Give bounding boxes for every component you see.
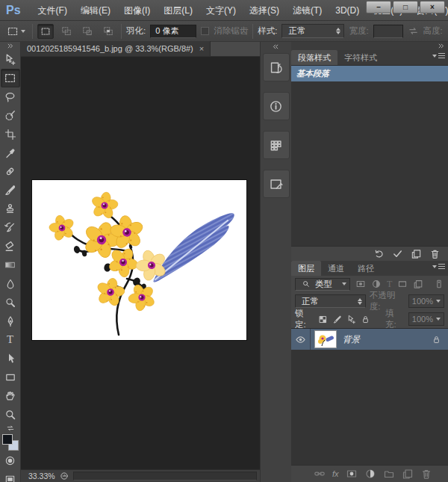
- eraser-tool[interactable]: [1, 237, 20, 256]
- gradient-tool[interactable]: [1, 256, 20, 274]
- tab-channels[interactable]: 通道: [321, 261, 351, 276]
- document-title: 0012025185941546_b.jpg @ 33.3%(RGB/8#): [27, 44, 193, 53]
- layer-style-fx-icon[interactable]: fx: [332, 469, 339, 478]
- subtract-selection-mode-button[interactable]: [79, 24, 96, 39]
- opacity-combo[interactable]: 100%: [408, 294, 444, 308]
- hand-tool[interactable]: [1, 386, 20, 405]
- spot-healing-brush-tool[interactable]: [1, 162, 20, 181]
- layer-filter-type-dropdown[interactable]: 类型: [295, 278, 350, 291]
- redefine-style-icon[interactable]: [373, 248, 385, 259]
- menu-filter[interactable]: 滤镜(T): [286, 0, 329, 21]
- photoshop-logo: Ps: [0, 4, 31, 17]
- menu-file[interactable]: 文件(F): [31, 0, 74, 21]
- path-selection-tool[interactable]: [1, 349, 20, 368]
- rectangular-marquee-tool[interactable]: [1, 69, 20, 87]
- lock-pixels-brush-icon[interactable]: [332, 315, 342, 324]
- history-brush-tool[interactable]: [1, 218, 20, 237]
- tab-layers[interactable]: 图层: [291, 261, 321, 276]
- brush-tool[interactable]: [1, 181, 20, 200]
- maximize-button[interactable]: □: [393, 1, 418, 13]
- style-dropdown[interactable]: 正常: [281, 24, 344, 38]
- filter-adjustment-layers-icon[interactable]: [371, 279, 382, 289]
- menu-edit[interactable]: 编辑(E): [74, 0, 117, 21]
- adjustment-layer-icon[interactable]: [364, 468, 376, 480]
- fill-combo[interactable]: 100%: [408, 312, 444, 326]
- lasso-tool[interactable]: [1, 87, 20, 106]
- tab-character-styles[interactable]: 字符样式: [337, 50, 384, 65]
- feather-input[interactable]: 0 像素: [150, 25, 196, 38]
- divider: [121, 24, 122, 39]
- menu-type[interactable]: 文字(Y): [199, 0, 243, 21]
- minimize-button[interactable]: –: [366, 1, 391, 13]
- status-info-icon[interactable]: [60, 472, 69, 481]
- paragraph-panel-footer: [291, 246, 448, 261]
- clone-stamp-tool[interactable]: [1, 200, 20, 218]
- rectangle-tool[interactable]: [1, 368, 20, 386]
- menu-3d[interactable]: 3D(D): [329, 0, 366, 21]
- swap-colors-button[interactable]: [6, 424, 15, 432]
- filter-smart-objects-icon[interactable]: [413, 279, 423, 289]
- quick-selection-tool[interactable]: [1, 106, 20, 125]
- zoom-level[interactable]: 33.33%: [28, 472, 55, 481]
- type-tool[interactable]: T: [1, 330, 20, 349]
- info-panel-button[interactable]: [263, 92, 290, 120]
- antialias-checkbox[interactable]: [201, 27, 209, 35]
- dodge-tool[interactable]: [1, 293, 20, 312]
- menu-select[interactable]: 选择(S): [243, 0, 286, 21]
- pen-tool[interactable]: [1, 312, 20, 330]
- width-input[interactable]: [373, 25, 403, 38]
- new-layer-icon[interactable]: [402, 468, 414, 480]
- layer-thumbnail[interactable]: [315, 331, 336, 347]
- lock-all-icon[interactable]: [361, 315, 370, 324]
- tab-paragraph-styles[interactable]: 段落样式: [291, 50, 337, 65]
- zoom-tool[interactable]: [1, 405, 20, 424]
- new-group-folder-icon[interactable]: [383, 468, 395, 480]
- tool-preset-picker[interactable]: [4, 25, 28, 38]
- quick-mask-button[interactable]: [1, 451, 20, 470]
- canvas-image[interactable]: [32, 180, 246, 340]
- properties-panel-button[interactable]: [263, 170, 290, 198]
- add-selection-mode-button[interactable]: [58, 24, 75, 39]
- layer-visibility-cell[interactable]: [291, 329, 311, 350]
- tab-close-icon[interactable]: ×: [199, 44, 204, 53]
- delete-style-trash-icon[interactable]: [429, 248, 441, 259]
- close-button[interactable]: ×: [420, 1, 445, 13]
- tab-paths[interactable]: 路径: [351, 261, 381, 276]
- history-panel-button[interactable]: [263, 53, 290, 81]
- canvas-pasteboard[interactable]: [21, 57, 260, 469]
- swap-dimensions-icon[interactable]: [408, 25, 419, 37]
- layer-row-background[interactable]: 背景: [291, 329, 448, 350]
- filter-type-layers-icon[interactable]: T: [387, 279, 392, 290]
- crop-tool[interactable]: [1, 125, 20, 143]
- blur-tool[interactable]: [1, 274, 20, 293]
- add-layer-mask-icon[interactable]: [346, 468, 358, 480]
- delete-layer-trash-icon[interactable]: [420, 468, 432, 480]
- new-style-icon[interactable]: [411, 248, 422, 259]
- history-brush-icon: [4, 221, 16, 234]
- swatches-panel-button[interactable]: [263, 131, 290, 159]
- move-tool[interactable]: [1, 50, 20, 69]
- new-selection-mode-button[interactable]: [37, 24, 54, 39]
- expand-dock-chevron[interactable]: [261, 42, 291, 51]
- filter-shape-layers-icon[interactable]: [397, 279, 408, 289]
- apply-check-icon[interactable]: [392, 248, 403, 259]
- foreground-color-swatch[interactable]: [2, 434, 13, 445]
- blend-mode-dropdown[interactable]: 正常: [295, 294, 366, 308]
- menu-layer[interactable]: 图层(L): [157, 0, 199, 21]
- paragraph-style-item-basic[interactable]: 基本段落: [291, 66, 448, 81]
- lock-position-icon[interactable]: [346, 315, 356, 324]
- layers-panel-menu-button[interactable]: [432, 264, 445, 269]
- collapse-panels-chevron[interactable]: [437, 42, 445, 50]
- link-layers-icon[interactable]: [314, 468, 326, 480]
- menu-image[interactable]: 图像(I): [117, 0, 157, 21]
- expand-tools-chevron[interactable]: [0, 42, 20, 50]
- document-tab[interactable]: 0012025185941546_b.jpg @ 33.3%(RGB/8#) ×: [21, 41, 211, 56]
- filter-toggle-icon[interactable]: [434, 279, 444, 289]
- screen-mode-button[interactable]: [1, 470, 20, 482]
- lock-transparency-icon[interactable]: [318, 315, 328, 324]
- eyedropper-tool[interactable]: [1, 143, 20, 162]
- flower-feather-artwork: [32, 180, 246, 340]
- intersect-selection-mode-button[interactable]: [100, 24, 116, 39]
- paragraph-panel-menu-button[interactable]: [432, 53, 445, 58]
- filter-pixel-layers-icon[interactable]: [355, 279, 366, 289]
